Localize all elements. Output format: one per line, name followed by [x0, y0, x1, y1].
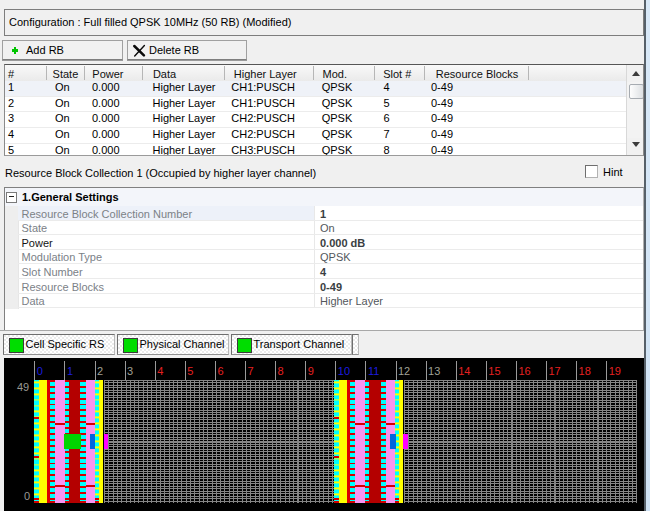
- slot-number-0: 0: [37, 365, 43, 377]
- table-cell: 4: [8, 128, 14, 140]
- property-row[interactable]: Resource Block Collection Number1: [5, 206, 643, 221]
- table-cell: 5: [8, 144, 14, 155]
- table-cell: On: [55, 112, 70, 124]
- resource-grid-plot[interactable]: [4, 380, 644, 504]
- table-cell: 0.000: [92, 81, 120, 93]
- table-cell: 0-49: [431, 128, 453, 140]
- column-header-3[interactable]: Data: [153, 68, 176, 80]
- pink-column-red-dash: [55, 423, 65, 425]
- table-header[interactable]: #StatePowerDataHigher LayerMod.Slot #Res…: [5, 65, 626, 82]
- slot-number-2: 2: [97, 365, 103, 377]
- slot-number-11: 11: [368, 365, 379, 377]
- legend-item-transport-channel[interactable]: Transport Channel: [231, 334, 352, 355]
- arrow-down-icon: [632, 142, 640, 147]
- column-header-4[interactable]: Higher Layer: [234, 68, 297, 80]
- symbol-column-y: [339, 380, 346, 503]
- property-value[interactable]: 4: [320, 266, 326, 278]
- table-row[interactable]: 2On0.000Higher LayerCH1:PUSCHQPSK50-49: [5, 97, 626, 113]
- property-value[interactable]: Higher Layer: [320, 295, 383, 307]
- property-grid: 1.General Settings Resource Block Collec…: [4, 187, 644, 331]
- table-row[interactable]: 5On0.000Higher LayerCH3:PUSCHQPSK80-49: [5, 144, 626, 155]
- legend-label: Physical Channel: [140, 338, 225, 350]
- slot-number-18: 18: [579, 365, 591, 377]
- column-header-0[interactable]: #: [8, 68, 14, 80]
- cyan-column-red-dash: [334, 456, 340, 458]
- table-row[interactable]: 3On0.000Higher LayerCH2:PUSCHQPSK60-49: [5, 112, 626, 128]
- resource-blocks-table: #StatePowerDataHigher LayerMod.Slot #Res…: [4, 64, 644, 157]
- table-cell: Higher Layer: [153, 97, 216, 109]
- category-row[interactable]: 1.General Settings: [5, 188, 643, 206]
- collapse-minus-icon[interactable]: [6, 192, 17, 203]
- slot-number-9: 9: [308, 365, 314, 377]
- table-cell: 0-49: [431, 97, 453, 109]
- table-row[interactable]: 4On0.000Higher LayerCH2:PUSCHQPSK70-49: [5, 128, 626, 144]
- property-row[interactable]: DataHigher Layer: [5, 294, 643, 309]
- pink-column-red-dash: [386, 485, 395, 487]
- table-cell: 0-49: [431, 144, 453, 155]
- table-cell: 0.000: [92, 144, 120, 155]
- table-cell: On: [55, 128, 70, 140]
- configuration-title: Configuration : Full filled QPSK 10MHz (…: [9, 16, 291, 28]
- table-cell: 0.000: [92, 128, 120, 140]
- pink-column-red-dash: [55, 485, 65, 487]
- slot-tick: [396, 361, 397, 380]
- column-header-1[interactable]: State: [53, 68, 79, 80]
- table-cell: CH3:PUSCH: [231, 144, 295, 155]
- legend-item-cell-specific-rs[interactable]: Cell Specific RS: [3, 334, 115, 355]
- property-value[interactable]: 0-49: [320, 281, 342, 293]
- column-header-6[interactable]: Slot #: [383, 68, 411, 80]
- column-header-5[interactable]: Mod.: [323, 68, 347, 80]
- magenta-block: [403, 434, 408, 450]
- legend-item-physical-channel[interactable]: Physical Channel: [117, 334, 229, 355]
- property-row[interactable]: Slot Number4: [5, 264, 643, 279]
- property-row[interactable]: Modulation TypeQPSK: [5, 250, 643, 265]
- property-row[interactable]: Resource Blocks0-49: [5, 279, 643, 294]
- label-value-separator: [314, 294, 315, 309]
- property-label: State: [22, 222, 48, 234]
- magenta-block: [104, 434, 108, 450]
- pink-column-red-dash: [86, 485, 95, 487]
- table-cell: CH1:PUSCH: [231, 97, 295, 109]
- label-value-separator: [314, 250, 315, 265]
- column-separator: [224, 66, 225, 80]
- hint-checkbox[interactable]: [585, 165, 598, 178]
- scrollbar-thumb[interactable]: [629, 84, 644, 99]
- slot-number-15: 15: [488, 365, 500, 377]
- table-cell: QPSK: [322, 81, 353, 93]
- slot-tick: [125, 361, 126, 380]
- pink-column-red-dash: [355, 423, 365, 425]
- scroll-up-button[interactable]: [627, 65, 644, 82]
- column-header-2[interactable]: Power: [92, 68, 123, 80]
- add-rb-button[interactable]: Add RB: [2, 40, 123, 60]
- table-cell: 1: [8, 81, 14, 93]
- slot-tick: [185, 361, 186, 380]
- slot-tick: [486, 361, 487, 380]
- table-cell: Higher Layer: [153, 81, 216, 93]
- label-value-separator: [314, 221, 315, 236]
- slot-number-14: 14: [458, 365, 470, 377]
- scroll-down-button[interactable]: [627, 138, 644, 155]
- configuration-title-bar: Configuration : Full filled QPSK 10MHz (…: [4, 9, 644, 36]
- label-value-separator: [314, 235, 315, 250]
- green-block: [64, 434, 81, 450]
- property-value[interactable]: 1: [320, 208, 326, 220]
- property-value[interactable]: QPSK: [320, 251, 351, 263]
- delete-rb-button[interactable]: Delete RB: [127, 40, 247, 60]
- blue-block: [90, 434, 95, 450]
- table-vertical-scrollbar[interactable]: [626, 65, 644, 156]
- legend-label: Cell Specific RS: [26, 338, 105, 350]
- property-value[interactable]: On: [320, 222, 335, 234]
- table-cell: On: [55, 144, 70, 155]
- property-value[interactable]: 0.000 dB: [320, 237, 365, 249]
- hint-label[interactable]: Hint: [603, 166, 623, 178]
- property-row[interactable]: Power0.000 dB: [5, 235, 643, 250]
- table-row[interactable]: 1On0.000Higher LayerCH1:PUSCHQPSK40-49: [5, 81, 626, 97]
- table-cell: 2: [8, 97, 14, 109]
- aero-glass-strip: [646, 0, 650, 511]
- table-cell: CH1:PUSCH: [231, 81, 295, 93]
- slot-tick: [335, 361, 336, 380]
- property-row[interactable]: StateOn: [5, 221, 643, 236]
- column-header-7[interactable]: Resource Blocks: [436, 68, 519, 80]
- slot-tick: [365, 361, 366, 380]
- legend-swatch: [9, 338, 24, 353]
